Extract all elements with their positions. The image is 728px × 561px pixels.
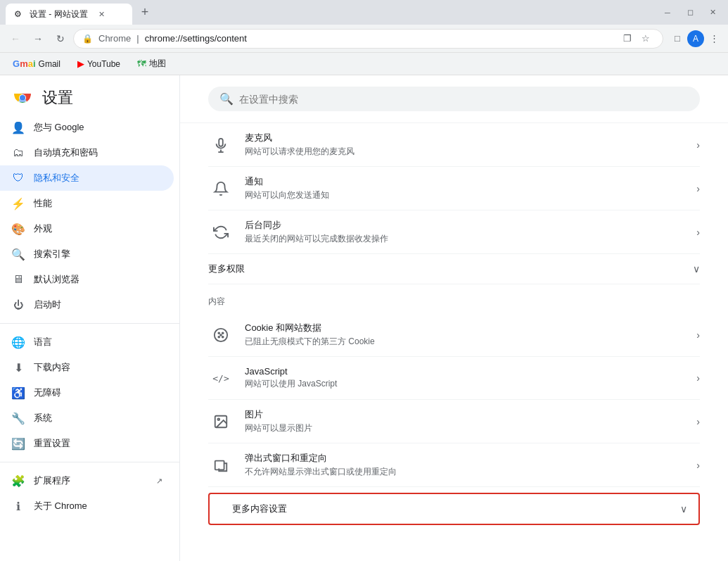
content-section-label: 内容 bbox=[208, 284, 700, 313]
sidebar-label-privacy: 隐私和安全 bbox=[34, 172, 79, 184]
svg-point-13 bbox=[217, 418, 219, 420]
sidebar-item-extensions[interactable]: 🧩 扩展程序 ↗ bbox=[0, 468, 174, 493]
tab-close-button[interactable]: ✕ bbox=[96, 8, 108, 20]
main-area: 设置 👤 您与 Google 🗂 自动填充和密码 🛡 隐私和安全 ⚡ 性能 🎨 … bbox=[0, 75, 728, 561]
reload-button[interactable]: ↻ bbox=[51, 29, 70, 49]
sidebar-item-privacy[interactable]: 🛡 隐私和安全 bbox=[0, 165, 174, 191]
back-button[interactable]: ← bbox=[6, 29, 25, 49]
sidebar-item-search[interactable]: 🔍 搜索引擎 bbox=[0, 241, 174, 267]
javascript-desc: 网站可以使用 JavaScript bbox=[245, 378, 696, 390]
background-sync-icon bbox=[208, 220, 234, 245]
more-content-expand[interactable]: 更多内容设置 ∨ bbox=[210, 503, 698, 515]
popups-chevron-icon: › bbox=[696, 460, 700, 471]
popups-title: 弹出式窗口和重定向 bbox=[245, 452, 696, 465]
active-tab[interactable]: ⚙ 设置 - 网站设置 ✕ bbox=[6, 4, 132, 25]
popups-desc: 不允许网站显示弹出式窗口或使用重定向 bbox=[245, 466, 696, 478]
settings-item-javascript[interactable]: </> JavaScript 网站可以使用 JavaScript › bbox=[208, 357, 700, 400]
sidebar-item-about[interactable]: ℹ 关于 Chrome bbox=[0, 493, 174, 519]
notifications-text: 通知 网站可以向您发送通知 bbox=[245, 175, 696, 201]
more-content-label: 更多内容设置 bbox=[221, 503, 298, 515]
bookmark-maps[interactable]: 🗺 地图 bbox=[133, 56, 170, 71]
external-link-icon: ↗ bbox=[156, 477, 162, 486]
search-input[interactable] bbox=[239, 94, 689, 105]
sidebar-item-appearance[interactable]: 🎨 外观 bbox=[0, 216, 174, 241]
url-separator: | bbox=[136, 33, 139, 44]
sidebar-item-downloads[interactable]: ⬇ 下载内容 bbox=[0, 355, 174, 380]
share-icon[interactable]: ❐ bbox=[619, 30, 636, 47]
youtube-icon: ▶ bbox=[77, 58, 84, 69]
bookmark-maps-label: 地图 bbox=[149, 58, 166, 70]
url-protocol: Chrome bbox=[98, 33, 131, 44]
svg-point-7 bbox=[218, 332, 219, 334]
sidebar-label-languages: 语言 bbox=[34, 336, 52, 348]
images-text: 图片 网站可以显示图片 bbox=[245, 408, 696, 434]
bookmark-gmail-label: Gmail bbox=[39, 59, 60, 69]
sidebar-item-performance[interactable]: ⚡ 性能 bbox=[0, 191, 174, 216]
search-engine-icon: 🔍 bbox=[11, 247, 25, 261]
sidebar-title: 设置 bbox=[42, 87, 73, 108]
sidebar-item-system[interactable]: 🔧 系统 bbox=[0, 405, 174, 431]
sidebar-label-google-account: 您与 Google bbox=[34, 121, 84, 134]
cookies-text: Cookie 和网站数据 已阻止无痕模式下的第三方 Cookie bbox=[245, 322, 696, 348]
settings-item-notifications[interactable]: 通知 网站可以向您发送通知 › bbox=[208, 167, 700, 210]
more-permissions-expand[interactable]: 更多权限 ∨ bbox=[208, 254, 700, 284]
address-bar[interactable]: 🔒 Chrome | chrome://settings/content ❐ ☆ bbox=[73, 29, 663, 49]
settings-item-popups[interactable]: 弹出式窗口和重定向 不允许网站显示弹出式窗口或使用重定向 › bbox=[208, 443, 700, 487]
cookies-chevron-icon: › bbox=[696, 329, 700, 341]
svg-rect-14 bbox=[215, 460, 224, 469]
maps-icon: 🗺 bbox=[137, 58, 146, 69]
search-bar[interactable]: 🔍 bbox=[208, 87, 700, 111]
close-button[interactable]: ✕ bbox=[703, 6, 722, 20]
window-controls: ─ ◻ ✕ bbox=[658, 6, 722, 20]
profile-icon[interactable]: A bbox=[687, 30, 704, 47]
settings-item-cookies[interactable]: Cookie 和网站数据 已阻止无痕模式下的第三方 Cookie › bbox=[208, 313, 700, 357]
notifications-icon bbox=[208, 176, 234, 201]
nav-bar: ← → ↻ 🔒 Chrome | chrome://settings/conte… bbox=[0, 25, 728, 53]
notifications-desc: 网站可以向您发送通知 bbox=[245, 189, 696, 201]
bookmark-icon[interactable]: ☆ bbox=[637, 30, 654, 47]
google-account-icon: 👤 bbox=[11, 120, 25, 134]
new-tab-button[interactable]: + bbox=[135, 3, 155, 23]
sidebar-label-startup: 启动时 bbox=[34, 298, 61, 311]
more-content-settings-section[interactable]: 更多内容设置 ∨ bbox=[208, 493, 700, 525]
extensions-icon[interactable]: □ bbox=[669, 30, 686, 47]
settings-item-background-sync[interactable]: 后台同步 最近关闭的网站可以完成数据收发操作 › bbox=[208, 210, 700, 254]
sidebar-item-startup[interactable]: ⏻ 启动时 bbox=[0, 292, 174, 317]
microphone-icon bbox=[208, 132, 234, 158]
background-sync-text: 后台同步 最近关闭的网站可以完成数据收发操作 bbox=[245, 219, 696, 245]
more-content-expand-icon: ∨ bbox=[680, 503, 687, 515]
chrome-logo-icon bbox=[11, 87, 34, 109]
sidebar-label-reset: 重置设置 bbox=[34, 437, 70, 450]
sidebar-item-default-browser[interactable]: 🖥 默认浏览器 bbox=[0, 267, 174, 292]
default-browser-icon: 🖥 bbox=[11, 272, 25, 286]
bookmark-youtube-label: YouTube bbox=[87, 59, 120, 69]
sidebar-item-accessibility[interactable]: ♿ 无障碍 bbox=[0, 380, 174, 405]
cookies-title: Cookie 和网站数据 bbox=[245, 322, 696, 334]
svg-point-9 bbox=[218, 336, 219, 337]
svg-point-10 bbox=[222, 336, 224, 337]
images-desc: 网站可以显示图片 bbox=[245, 422, 696, 434]
sidebar-label-about: 关于 Chrome bbox=[34, 500, 87, 512]
startup-icon: ⏻ bbox=[11, 298, 25, 312]
sidebar-item-reset[interactable]: 🔄 重置设置 bbox=[0, 431, 174, 456]
settings-item-images[interactable]: 图片 网站可以显示图片 › bbox=[208, 400, 700, 443]
address-actions: ❐ ☆ bbox=[619, 30, 654, 47]
sidebar-item-google-account[interactable]: 👤 您与 Google bbox=[0, 115, 174, 140]
bookmarks-bar: Gmai Gmail ▶ YouTube 🗺 地图 bbox=[0, 53, 728, 75]
privacy-icon: 🛡 bbox=[11, 171, 25, 185]
forward-button[interactable]: → bbox=[28, 29, 48, 49]
bookmark-gmail[interactable]: Gmai Gmail bbox=[8, 57, 65, 70]
minimize-button[interactable]: ─ bbox=[658, 6, 677, 20]
sidebar-label-performance: 性能 bbox=[34, 197, 52, 210]
autofill-icon: 🗂 bbox=[11, 146, 25, 160]
sidebar-item-autofill[interactable]: 🗂 自动填充和密码 bbox=[0, 140, 174, 165]
sidebar-divider-2 bbox=[0, 462, 179, 462]
bookmark-youtube[interactable]: ▶ YouTube bbox=[73, 57, 124, 70]
settings-item-microphone[interactable]: 麦克风 网站可以请求使用您的麦克风 › bbox=[208, 123, 700, 167]
svg-point-8 bbox=[222, 332, 224, 334]
images-chevron-icon: › bbox=[696, 416, 700, 427]
sidebar-label-system: 系统 bbox=[34, 412, 52, 424]
menu-icon[interactable]: ⋮ bbox=[705, 30, 722, 47]
sidebar-item-languages[interactable]: 🌐 语言 bbox=[0, 329, 174, 355]
restore-button[interactable]: ◻ bbox=[680, 6, 700, 20]
